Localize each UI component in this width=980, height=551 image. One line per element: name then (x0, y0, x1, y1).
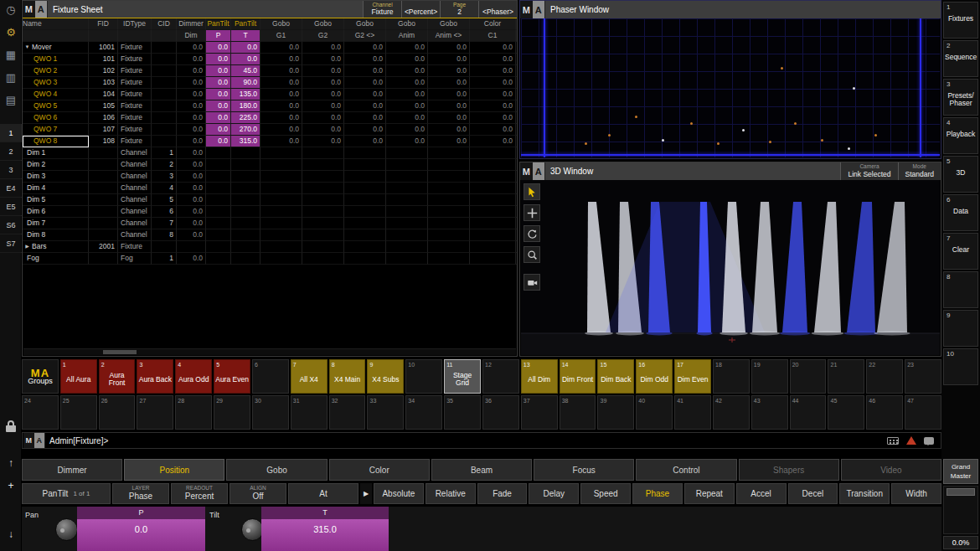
group-pool-item-6[interactable]: 6 (252, 359, 289, 394)
gobo-cell-3[interactable]: 0.0 (344, 124, 386, 136)
gobo-cell-1[interactable] (260, 253, 302, 265)
column-header-fid-1[interactable]: FID (89, 18, 118, 30)
gobo-cell-2[interactable] (302, 147, 344, 159)
gobo-cell-5[interactable] (428, 229, 470, 241)
gobo-cell-1[interactable]: 0.0 (260, 100, 302, 112)
color-cell[interactable] (470, 147, 516, 159)
column-header-gobo-7[interactable]: Gobo (260, 18, 302, 30)
dimmer-cell[interactable]: 0.0 (177, 229, 206, 241)
gobo-cell-2[interactable]: 0.0 (302, 65, 344, 77)
pointer-tool-icon[interactable] (524, 183, 540, 200)
dimmer-cell[interactable]: 0.0 (177, 136, 206, 147)
gobo-cell-2[interactable] (302, 194, 344, 206)
dimmer-cell[interactable]: 0.0 (177, 124, 206, 136)
name-cell-bars[interactable]: ▶Bars (23, 241, 89, 253)
preset-tab-dimmer[interactable]: Dimmer (22, 459, 122, 481)
name-cell-dim-1[interactable]: Dim 1 (23, 147, 89, 159)
view-button-3[interactable]: 3Presets/ Phaser (943, 79, 978, 116)
gobo-cell-3[interactable]: 0.0 (344, 77, 386, 89)
pan-cell[interactable]: 0.0 (206, 65, 231, 77)
group-pool-item-7[interactable]: 7All X4 (291, 359, 328, 394)
sheet-option-fixture[interactable]: ChannelFixture (363, 1, 401, 18)
color-cell[interactable] (470, 183, 516, 194)
gobo-cell-4[interactable] (386, 253, 428, 265)
idtype-cell[interactable]: Channel (118, 171, 152, 183)
color-cell[interactable] (470, 159, 516, 171)
name-cell-qwo-4[interactable]: QWO 4 (23, 89, 89, 100)
idtype-cell[interactable]: Fixture (118, 241, 152, 253)
group-pool-item-21[interactable]: 21 (828, 359, 864, 394)
windows-grid-icon[interactable]: ▦ (3, 47, 19, 62)
column-subheader-dim[interactable]: Dim (177, 30, 206, 42)
gobo-cell-4[interactable] (386, 147, 428, 159)
column-header-gobo-11[interactable]: Gobo (428, 18, 470, 30)
gobo-cell-3[interactable] (344, 206, 386, 218)
group-pool-item-3[interactable]: 3Aura Back (137, 359, 173, 394)
tilt-cell[interactable] (231, 206, 260, 218)
timing-button-fade[interactable]: Fade (477, 483, 528, 504)
name-cell-dim-5[interactable]: Dim 5 (23, 194, 89, 206)
dimmer-cell[interactable]: 0.0 (177, 171, 206, 183)
dimmer-cell[interactable]: 0.0 (177, 218, 206, 229)
group-pool-item-47[interactable]: 47 (905, 395, 941, 430)
encoder-knob-pan[interactable] (55, 518, 78, 541)
command-line[interactable]: M A Admin[Fixture]> (22, 432, 941, 449)
group-pool-item-11[interactable]: 11Stage Grid (444, 359, 481, 394)
group-pool-item-1[interactable]: 1All Aura (60, 359, 97, 394)
group-pool-item-12[interactable]: 12 (482, 359, 519, 394)
gobo-cell-5[interactable] (428, 171, 470, 183)
group-pool-item-34[interactable]: 34 (405, 395, 442, 430)
gobo-cell-4[interactable] (386, 229, 428, 241)
cid-cell[interactable]: 1 (152, 253, 177, 265)
idtype-cell[interactable]: Fog (118, 253, 152, 265)
idtype-cell[interactable]: Channel (118, 159, 152, 171)
idtype-cell[interactable]: Fixture (118, 124, 152, 136)
gobo-cell-4[interactable]: 0.0 (386, 136, 428, 147)
gobo-cell-2[interactable] (302, 171, 344, 183)
group-pool-item-35[interactable]: 35 (444, 395, 481, 430)
group-pool-item-20[interactable]: 20 (790, 359, 827, 394)
expander-icon[interactable]: ▼ (23, 42, 32, 53)
view-button-4[interactable]: 4Playback (943, 117, 978, 154)
cid-cell[interactable] (152, 89, 177, 100)
idtype-cell[interactable]: Channel (118, 218, 152, 229)
fid-cell[interactable]: 1001 (89, 42, 118, 54)
expander-icon[interactable]: ▶ (23, 241, 32, 252)
gobo-cell-4[interactable]: 0.0 (386, 54, 428, 65)
fid-cell[interactable]: 104 (89, 89, 118, 100)
column-subheader-anim[interactable]: Anim (386, 30, 428, 42)
gobo-cell-2[interactable]: 0.0 (302, 124, 344, 136)
gobo-cell-1[interactable] (260, 159, 302, 171)
group-pool-item-26[interactable]: 26 (99, 395, 136, 430)
color-cell[interactable] (470, 171, 516, 183)
gobo-cell-5[interactable]: 0.0 (428, 77, 470, 89)
column-subheader-t[interactable]: T (231, 30, 260, 42)
group-pool-item-10[interactable]: 10 (405, 359, 442, 394)
dimmer-cell[interactable]: 0.0 (177, 194, 206, 206)
column-header-gobo-8[interactable]: Gobo (302, 18, 344, 30)
timing-button-decel[interactable]: Decel (788, 483, 838, 504)
gobo-cell-3[interactable] (344, 159, 386, 171)
gobo-cell-3[interactable] (344, 194, 386, 206)
timing-button-phase[interactable]: Phase (632, 483, 683, 504)
gobo-cell-1[interactable] (260, 147, 302, 159)
sheet-option-phaser[interactable]: <Phaser> (478, 1, 517, 18)
mode-select-button[interactable]: Mode Standard (898, 162, 941, 180)
pan-cell[interactable] (206, 147, 231, 159)
gobo-cell-2[interactable]: 0.0 (302, 112, 344, 124)
plus-icon[interactable]: + (3, 478, 19, 493)
gobo-cell-4[interactable] (386, 206, 428, 218)
pan-cell[interactable] (206, 171, 231, 183)
group-pool-item-19[interactable]: 19 (751, 359, 788, 394)
gobo-cell-2[interactable]: 0.0 (302, 89, 344, 100)
fid-cell[interactable] (89, 159, 118, 171)
gobo-cell-3[interactable] (344, 218, 386, 229)
zoom-tool-icon[interactable] (524, 246, 540, 263)
tilt-cell[interactable]: 180.0 (231, 100, 260, 112)
preset-tab-video[interactable]: Video (841, 459, 941, 481)
tilt-cell[interactable]: 0.0 (231, 42, 260, 54)
group-pool-item-23[interactable]: 23 (905, 359, 941, 394)
gobo-cell-5[interactable] (428, 253, 470, 265)
color-cell[interactable] (470, 253, 516, 265)
gobo-cell-4[interactable] (386, 194, 428, 206)
